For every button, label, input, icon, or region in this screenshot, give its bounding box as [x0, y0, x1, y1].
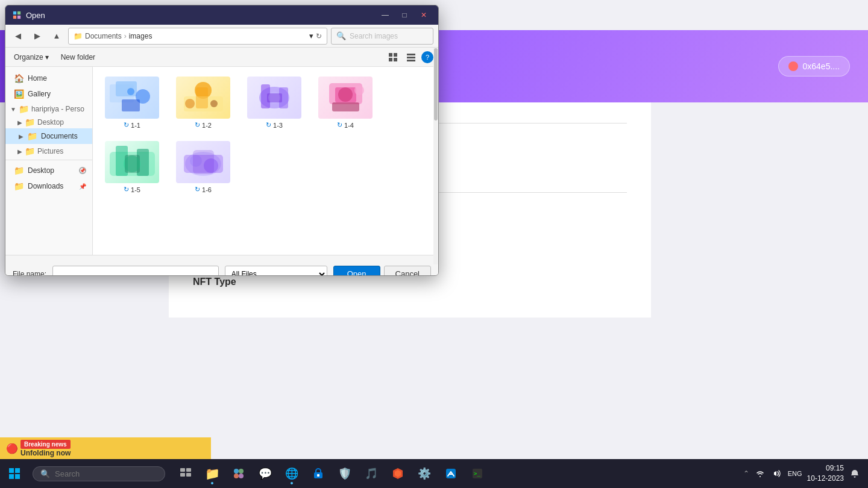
- taskbar-app-vscode[interactable]: [439, 461, 463, 486]
- documents-folder-icon: 📁: [27, 131, 37, 141]
- dialog-minimize-button[interactable]: —: [378, 9, 392, 21]
- search-placeholder: Search images: [350, 32, 398, 40]
- breaking-news-badge: Breaking news: [20, 440, 71, 449]
- desktop-folder-icon: 📁: [25, 117, 35, 127]
- taskbar-app-task-view[interactable]: [174, 461, 198, 486]
- taskbar-app-file-explorer[interactable]: 📁: [200, 461, 224, 486]
- svg-point-15: [127, 88, 134, 95]
- cancel-button[interactable]: Cancel: [384, 266, 431, 276]
- taskbar-app-terminal[interactable]: >_: [465, 461, 489, 486]
- dialog-titlebar: Open — □ ✕: [5, 5, 438, 25]
- sidebar-group-haripriya[interactable]: ▼ 📁 haripriya - Perso: [5, 102, 92, 115]
- search-bar[interactable]: 🔍 Search images: [331, 28, 433, 45]
- taskbar-app-music[interactable]: 🎵: [359, 461, 383, 486]
- wallet-button[interactable]: 0x64e5....: [778, 56, 851, 77]
- dialog-body: 🏠 Home 🖼️ Gallery ▼ 📁 haripriya - Perso …: [5, 67, 438, 255]
- volume-icon[interactable]: [771, 468, 783, 480]
- forward-button[interactable]: ▶: [30, 28, 45, 44]
- file-item-1-5[interactable]: ↻ 1-5: [99, 137, 165, 197]
- start-button[interactable]: [0, 459, 29, 488]
- filename-input[interactable]: [52, 266, 219, 277]
- dialog-maximize-button[interactable]: □: [397, 9, 412, 21]
- refresh-button[interactable]: ↻: [316, 32, 322, 40]
- taskbar-app-store[interactable]: [306, 461, 330, 486]
- grid-view-icon: [389, 53, 397, 61]
- file-item-1-3[interactable]: ↻ 1-3: [241, 73, 307, 133]
- svg-rect-2: [13, 16, 16, 19]
- file-image-1-5: [107, 143, 158, 182]
- path-bar[interactable]: 📁 Documents › images ▾ ↻: [68, 28, 327, 45]
- taskbar-search-icon: 🔍: [40, 469, 50, 478]
- taskbar: 🔍 📁 💬 🌐: [0, 459, 868, 488]
- desktop-icon-2: 📁: [14, 166, 24, 175]
- sidebar-item-home[interactable]: 🏠 Home: [5, 70, 92, 86]
- taskbar-app-widgets[interactable]: [227, 461, 251, 486]
- home-icon: 🏠: [14, 74, 24, 83]
- sidebar-item-gallery[interactable]: 🖼️ Gallery: [5, 86, 92, 102]
- sidebar-item-downloads[interactable]: 📁 Downloads 📌: [5, 178, 92, 194]
- svg-rect-12: [116, 81, 137, 96]
- search-icon: 🔍: [336, 31, 346, 40]
- help-button[interactable]: ?: [421, 51, 433, 63]
- tray-more-icon[interactable]: ⌃: [743, 469, 749, 478]
- list-view-button[interactable]: [403, 49, 419, 65]
- sidebar-item-documents[interactable]: ▶ 📁 Documents: [5, 128, 92, 144]
- sync-icon-1-5: ↻: [124, 186, 129, 193]
- svg-point-20: [210, 100, 218, 107]
- path-separator-1: ›: [124, 32, 127, 40]
- dialog-close-button[interactable]: ✕: [417, 9, 431, 21]
- file-name-1-5: ↻ 1-5: [124, 186, 140, 193]
- language-indicator[interactable]: ENG: [788, 470, 802, 477]
- network-icon[interactable]: [754, 468, 766, 480]
- open-button[interactable]: Open: [333, 266, 380, 276]
- news-icon-area: 🔴 Breaking news Unfolding now: [6, 440, 71, 457]
- system-tray: ⌃ ENG 09:15 10-12-2023: [743, 463, 868, 484]
- app-active-dot: [211, 482, 213, 484]
- svg-point-52: [239, 474, 244, 478]
- file-item-1-2[interactable]: ↻ 1-2: [170, 73, 236, 133]
- dialog-bottom-bar: File name: All Files Open Cancel: [5, 255, 438, 276]
- file-name-1-3: ↻ 1-3: [266, 121, 283, 129]
- taskbar-app-edge[interactable]: 🌐: [280, 461, 304, 486]
- file-item-1-6[interactable]: ↻ 1-6: [170, 137, 236, 197]
- sidebar-item-desktop[interactable]: ▶ 📁 Desktop: [5, 115, 92, 128]
- taskbar-search-input[interactable]: [55, 469, 151, 478]
- svg-marker-60: [774, 471, 776, 476]
- sidebar-home-label: Home: [28, 74, 47, 83]
- wallet-address: 0x64e5....: [803, 61, 840, 71]
- bell-icon: [851, 469, 859, 478]
- file-item-1-1[interactable]: ↻ 1-1: [99, 73, 165, 133]
- filetype-select[interactable]: All Files: [225, 266, 327, 277]
- svg-rect-29: [332, 102, 359, 111]
- sidebar-item-desktop-2[interactable]: 📁 Desktop 📌: [5, 163, 92, 178]
- news-content: Breaking news Unfolding now: [20, 440, 71, 457]
- taskbar-app-teams[interactable]: 💬: [253, 461, 277, 486]
- sync-icon-1-3: ↻: [266, 121, 271, 129]
- back-button[interactable]: ◀: [10, 28, 26, 44]
- pin-icon-2: 📌: [79, 183, 86, 190]
- file-item-1-4[interactable]: ↻ 1-4: [312, 73, 379, 133]
- taskbar-app-security[interactable]: 🛡️: [333, 461, 357, 486]
- file-image-1-2: [178, 78, 229, 117]
- sidebar-gallery-label: Gallery: [28, 90, 51, 98]
- svg-rect-45: [180, 468, 185, 472]
- dialog-scrollbar[interactable]: [433, 48, 438, 264]
- taskbar-search-bar[interactable]: 🔍: [33, 466, 165, 481]
- path-dropdown-arrow[interactable]: ▾: [309, 31, 313, 40]
- taskbar-app-settings[interactable]: ⚙️: [412, 461, 436, 486]
- grid-view-button[interactable]: [385, 49, 401, 65]
- up-button[interactable]: ▲: [49, 28, 64, 44]
- taskbar-app-list: 📁 💬 🌐 🛡️: [174, 461, 489, 486]
- svg-rect-14: [122, 99, 140, 111]
- taskbar-app-brave[interactable]: [386, 461, 410, 486]
- path-images: images: [129, 32, 153, 40]
- system-clock[interactable]: 09:15 10-12-2023: [807, 463, 844, 484]
- sidebar-item-pictures[interactable]: ▶ 📁 Pictures: [5, 144, 92, 157]
- svg-point-50: [239, 469, 244, 474]
- organize-button[interactable]: Organize ▾: [10, 52, 52, 63]
- new-folder-button[interactable]: New folder: [57, 52, 99, 63]
- svg-rect-47: [180, 473, 185, 477]
- notifications-icon[interactable]: [849, 468, 861, 480]
- svg-rect-1: [17, 11, 20, 14]
- news-alert-icon: 🔴: [6, 443, 18, 454]
